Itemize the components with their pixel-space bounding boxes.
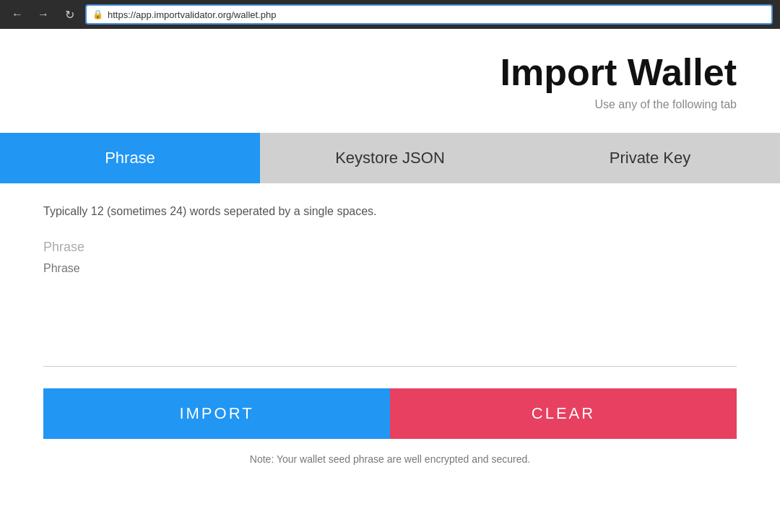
tab-phrase[interactable]: Phrase: [0, 133, 260, 183]
divider: [43, 366, 737, 367]
phrase-label: Phrase: [43, 240, 737, 255]
hint-text: Typically 12 (sometimes 24) words sepera…: [43, 205, 737, 218]
back-button[interactable]: ←: [7, 4, 27, 25]
page-header: Import Wallet Use any of the following t…: [0, 29, 780, 118]
tab-keystore-json[interactable]: Keystore JSON: [260, 133, 520, 183]
buttons-row: Import Clear: [43, 388, 737, 439]
phrase-input[interactable]: [43, 262, 737, 356]
reload-button[interactable]: ↻: [59, 4, 79, 25]
import-button[interactable]: Import: [43, 388, 390, 439]
page-subtitle: Use any of the following tab: [43, 98, 737, 111]
clear-button[interactable]: Clear: [390, 388, 737, 439]
tab-private-key[interactable]: Private Key: [520, 133, 780, 183]
note-text: Note: Your wallet seed phrase are well e…: [43, 453, 737, 465]
url-text: https://app.importvalidator.org/wallet.p…: [108, 9, 276, 20]
browser-chrome: ← → ↻ 🔒 https://app.importvalidator.org/…: [0, 0, 780, 29]
page-title: Import Wallet: [43, 51, 737, 94]
main-area: Typically 12 (sometimes 24) words sepera…: [0, 183, 780, 479]
tabs-container: Phrase Keystore JSON Private Key: [0, 133, 780, 183]
lock-icon: 🔒: [92, 9, 103, 19]
page-content: Import Wallet Use any of the following t…: [0, 29, 780, 479]
forward-button[interactable]: →: [33, 4, 53, 25]
address-bar[interactable]: 🔒 https://app.importvalidator.org/wallet…: [85, 4, 773, 25]
